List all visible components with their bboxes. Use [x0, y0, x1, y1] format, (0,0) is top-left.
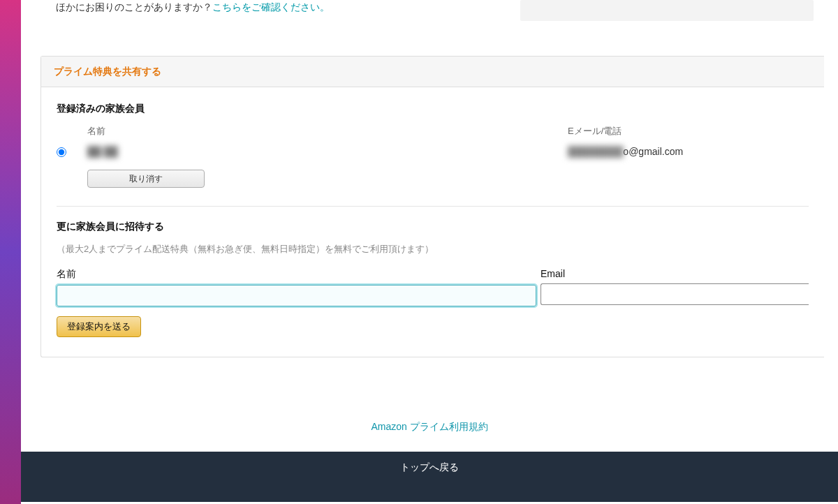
email-label: Email	[541, 268, 809, 279]
column-header-name: 名前	[87, 125, 568, 138]
name-input[interactable]	[57, 285, 536, 306]
card-header: プライム特典を共有する	[41, 57, 824, 87]
invite-subtext: （最大2人までプライム配送特典（無料お急ぎ便、無料日時指定）を無料でご利用頂けま…	[57, 243, 809, 255]
help-text: ほかにお困りのことがありますか？こちらをご確認ください。	[56, 0, 330, 14]
registered-heading: 登録済みの家族会員	[57, 103, 809, 115]
member-name-masked: ██ ██	[87, 146, 118, 157]
side-info-box	[520, 0, 814, 21]
invite-form: 名前 Email	[57, 268, 809, 306]
send-invite-button[interactable]: 登録案内を送る	[57, 316, 141, 337]
invite-heading: 更に家族会員に招待する	[57, 221, 809, 233]
help-link[interactable]: こちらをご確認ください。	[212, 1, 330, 13]
help-prefix: ほかにお困りのことがありますか？	[56, 1, 212, 13]
terms-link[interactable]: Amazon プライム利用規約	[371, 421, 487, 432]
member-email-masked: ████████	[568, 146, 623, 157]
column-header-email: Eメール/電話	[568, 125, 809, 138]
share-prime-card: プライム特典を共有する 登録済みの家族会員 名前 Eメール/電話 ██ ██	[41, 56, 824, 357]
name-label: 名前	[57, 268, 541, 281]
registered-members-table: 名前 Eメール/電話 ██ ██ ████████o@gmail.com 取り消…	[57, 125, 809, 188]
table-row: ██ ██ ████████o@gmail.com	[57, 143, 809, 163]
cancel-button[interactable]: 取り消す	[87, 170, 205, 188]
email-input[interactable]	[541, 283, 809, 305]
member-radio[interactable]	[57, 147, 66, 157]
member-email-cell: ████████o@gmail.com	[568, 146, 809, 157]
back-to-top-link[interactable]: トップへ戻る	[400, 461, 459, 473]
footer-bar: トップへ戻る	[21, 452, 838, 502]
card-title: プライム特典を共有する	[54, 66, 161, 77]
member-name-cell: ██ ██	[87, 146, 568, 157]
divider	[57, 206, 809, 207]
member-email-suffix: o@gmail.com	[623, 146, 683, 157]
